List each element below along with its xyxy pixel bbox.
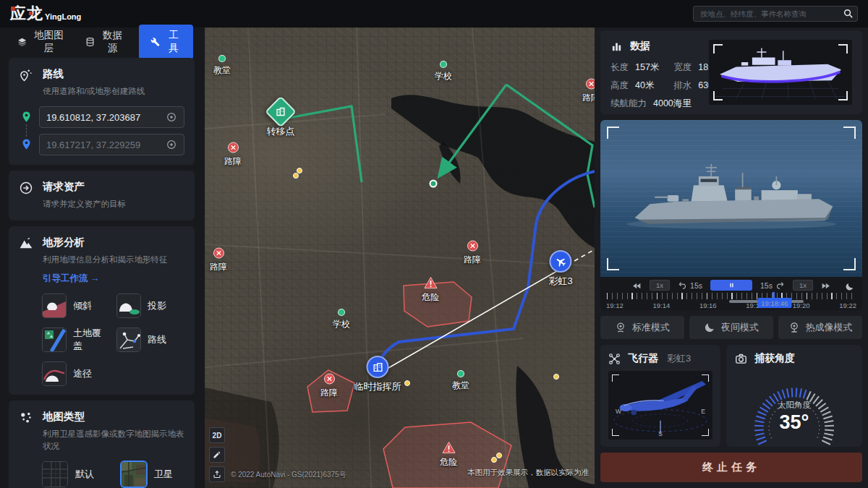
skip-back-icon[interactable] xyxy=(632,281,642,290)
warning-triangle-icon xyxy=(424,277,438,289)
locate-target-icon[interactable] xyxy=(166,111,177,123)
playback-controls: 1x 15s 15s xyxy=(600,279,862,291)
map-disclaimer: 本图用于效果展示，数据以实际为准 xyxy=(467,468,589,478)
layers-icon xyxy=(17,36,27,48)
pencil-icon xyxy=(213,450,221,459)
route-endpoint-marker xyxy=(430,180,438,188)
terrain-tool-landcover[interactable]: 土地覆盖 xyxy=(43,327,110,353)
timeline-time: 19:12 xyxy=(606,301,624,309)
uav-marker[interactable]: 彩虹3 xyxy=(548,250,572,288)
map-type-option-default[interactable]: 默认 xyxy=(43,462,94,487)
mode-button-standard[interactable]: 标准模式 xyxy=(600,316,684,339)
roadblock-x-icon xyxy=(213,248,224,259)
map-type-option-satellite[interactable]: 卫星 xyxy=(122,462,173,487)
aircraft-gauge-row: 飞行器 彩虹3 W E S xyxy=(600,345,862,447)
command-post-marker[interactable]: 临时指挥所 xyxy=(354,356,401,393)
speed-back-button[interactable]: 1x xyxy=(650,280,670,291)
building-icon xyxy=(367,356,389,378)
end-pin-icon xyxy=(20,138,33,150)
map-controls: 2D xyxy=(209,427,225,482)
request-asset-subtitle: 请求并定义资产的目标 xyxy=(43,198,126,210)
timeline-time: 19:22 xyxy=(839,301,856,309)
map-label: 危险 xyxy=(440,456,457,468)
roadblock-marker: 路障 xyxy=(210,248,227,273)
timeline-ruler[interactable] xyxy=(607,293,856,299)
poi-dot-icon xyxy=(457,370,464,377)
nav-tab-label: 地图图层 xyxy=(33,29,65,55)
nav-tab-tools[interactable]: 工具 xyxy=(139,25,193,59)
end-coordinate-field[interactable]: 19.617217, 37.229259 xyxy=(39,134,184,155)
map-label: 路障 xyxy=(464,254,481,266)
search-box xyxy=(693,6,858,22)
map-canvas[interactable]: 教堂学校学校教堂路障路障路障路障路障危险危险转移点彩虹3临时指挥所 2D © 2… xyxy=(205,27,595,488)
bracket-icon xyxy=(713,91,723,100)
terrain-tool-label: 倾斜 xyxy=(73,299,92,312)
main-body: 地图图层数据源工具 路线 使用道路和/或地形创建路线 xyxy=(0,27,868,488)
bracket-icon xyxy=(843,127,856,139)
nav-tabs: 地图图层数据源工具 xyxy=(0,27,205,56)
bracket-icon xyxy=(607,127,619,139)
forward-15s-button[interactable]: 15s xyxy=(760,281,785,290)
green-dot-icon xyxy=(430,180,438,188)
landcover-thumb-icon xyxy=(43,328,66,351)
route-io: 19.610812, 37.203687 19.617217, 37.22925… xyxy=(19,106,184,155)
stat-value: 4000海里 xyxy=(653,98,692,108)
route-title: 路线 xyxy=(43,67,145,81)
stat-label: 排水 xyxy=(673,80,692,90)
speed-forward-button[interactable]: 1x xyxy=(793,280,813,291)
rewind-15s-button[interactable]: 15s xyxy=(678,281,702,290)
map-label: 路障 xyxy=(582,92,595,104)
yellow-dot-icon xyxy=(404,380,410,386)
mode-button-label: 夜间模式 xyxy=(721,321,759,334)
request-asset-card[interactable]: 请求资产 请求并定义资产的目标 xyxy=(9,171,195,220)
map-label: 彩虹3 xyxy=(548,275,572,288)
terrain-tool-label: 路线 xyxy=(148,333,166,346)
timeline-times: 19:18:46 19:1219:1419:1619:1819:2019:22 xyxy=(600,299,862,309)
roadblock-marker: 路障 xyxy=(582,79,595,104)
map-control-draw[interactable] xyxy=(209,447,225,463)
arrow-circle-icon xyxy=(19,181,33,195)
terrain-tool-routes[interactable]: 路线 xyxy=(117,327,184,353)
redo-icon xyxy=(775,281,785,290)
workflow-link[interactable]: 引导工作流 → xyxy=(43,273,99,285)
ship-stat: 高度40米 xyxy=(610,80,659,92)
bracket-icon xyxy=(607,258,619,270)
terrain-tool-slope[interactable]: 倾斜 xyxy=(43,294,110,317)
map-label: 路障 xyxy=(320,387,338,399)
poi-marker: 学校 xyxy=(435,61,452,82)
nav-tab-layers[interactable]: 地图图层 xyxy=(12,25,71,59)
route-pin-icon xyxy=(19,68,33,82)
start-coordinate-field[interactable]: 19.610812, 37.203687 xyxy=(39,106,184,128)
video-feed[interactable] xyxy=(600,120,862,277)
stat-value: 40米 xyxy=(635,80,654,90)
transfer-point-marker[interactable]: 转移点 xyxy=(267,100,295,138)
search-input[interactable] xyxy=(693,6,858,22)
map-label: 学校 xyxy=(435,70,452,82)
map-control-export[interactable] xyxy=(209,466,225,482)
bar-chart-icon xyxy=(610,40,623,53)
white-link-line xyxy=(378,269,561,374)
route-subtitle: 使用道路和/或地形创建路线 xyxy=(43,85,145,98)
skip-forward-icon[interactable] xyxy=(821,281,830,290)
logo-cn: 应龙 xyxy=(10,6,43,22)
terrain-tool-projection[interactable]: 投影 xyxy=(117,294,184,317)
warship-graphic xyxy=(612,158,851,252)
mode-button-label: 标准模式 xyxy=(632,321,670,334)
pause-button[interactable] xyxy=(710,280,752,291)
locate-target-icon[interactable] xyxy=(166,139,177,150)
thermal-icon xyxy=(788,322,800,333)
mode-button-thermal[interactable]: 热成像模式 xyxy=(778,316,862,339)
stat-label: 长度 xyxy=(610,62,629,72)
night-mode-icon[interactable] xyxy=(845,281,854,291)
aircraft-name: 彩虹3 xyxy=(667,352,691,365)
search-icon[interactable] xyxy=(843,8,854,19)
terminate-mission-button[interactable]: 终止任务 xyxy=(600,453,862,482)
terrain-tool-path[interactable]: 途径 xyxy=(43,362,110,385)
warning-triangle-icon xyxy=(442,442,456,454)
map-type-subtitle: 利用卫星遥感影像或数字地图揭示地表状况 xyxy=(43,428,184,453)
map-control-mode2d[interactable]: 2D xyxy=(209,427,225,443)
nav-tab-datasource[interactable]: 数据源 xyxy=(80,25,130,59)
mode-button-night[interactable]: 夜间模式 xyxy=(689,316,773,339)
compass-south-label: S xyxy=(658,430,663,437)
map-type-title: 地图类型 xyxy=(43,410,184,424)
